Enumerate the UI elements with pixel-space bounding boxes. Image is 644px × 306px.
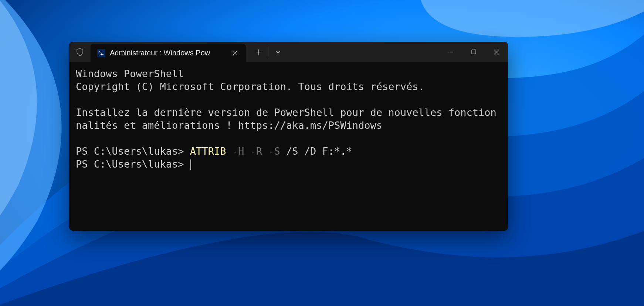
shield-icon <box>75 48 84 56</box>
svg-rect-2 <box>472 50 476 54</box>
plus-icon <box>255 49 261 55</box>
prompt: PS C:\Users\lukas> <box>76 158 190 170</box>
terminal-install-msg: Installez la dernière version de PowerSh… <box>76 106 501 132</box>
close-icon <box>232 51 237 56</box>
blank-line <box>76 93 501 106</box>
window-controls <box>439 42 508 62</box>
close-window-button[interactable] <box>485 42 508 62</box>
new-tab-button[interactable] <box>250 45 267 59</box>
powershell-icon <box>97 49 105 57</box>
terminal-command-line: PS C:\Users\lukas> ATTRIB -H -R -S /S /D… <box>76 145 501 158</box>
maximize-button[interactable] <box>462 42 485 62</box>
tab-divider <box>268 47 268 57</box>
command-keyword: ATTRIB <box>190 145 226 157</box>
terminal-output[interactable]: Windows PowerShellCopyright (C) Microsof… <box>69 62 508 231</box>
titlebar[interactable]: Administrateur : Windows Pow <box>69 42 508 62</box>
prompt: PS C:\Users\lukas> <box>76 145 190 157</box>
command-flags: -H -R -S <box>226 145 280 157</box>
minimize-icon <box>448 49 453 55</box>
titlebar-shield-area <box>69 42 91 62</box>
tab-actions <box>246 42 287 62</box>
terminal-prompt-current: PS C:\Users\lukas> <box>76 158 501 171</box>
tab-title: Administrateur : Windows Pow <box>110 49 225 57</box>
terminal-header: Windows PowerShell <box>76 67 501 80</box>
minimize-button[interactable] <box>439 42 462 62</box>
command-args: /S /D F:*.* <box>280 145 352 157</box>
tab-close-button[interactable] <box>230 48 240 58</box>
chevron-down-icon <box>275 49 281 55</box>
titlebar-drag-area[interactable] <box>287 42 439 62</box>
close-icon <box>494 49 499 55</box>
terminal-copyright: Copyright (C) Microsoft Corporation. Tou… <box>76 80 501 93</box>
tab-dropdown-button[interactable] <box>269 45 287 59</box>
tab-powershell[interactable]: Administrateur : Windows Pow <box>91 44 246 62</box>
terminal-window: Administrateur : Windows Pow <box>69 42 508 231</box>
svg-rect-1 <box>101 54 104 55</box>
maximize-icon <box>471 49 476 54</box>
blank-line <box>76 132 501 145</box>
cursor <box>190 159 191 170</box>
